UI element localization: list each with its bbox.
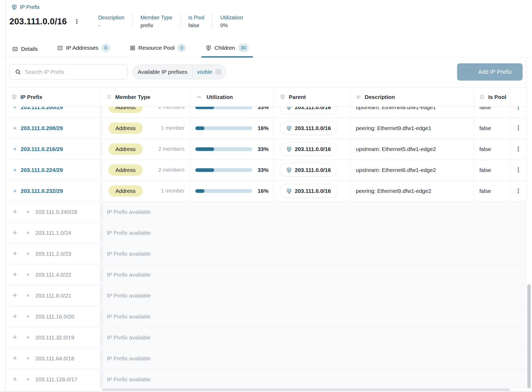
tab-children[interactable]: Children 30	[201, 44, 253, 57]
prefix-link[interactable]: 203.111.0.216/29	[21, 146, 63, 152]
vertical-scrollbar-thumb[interactable]	[527, 284, 531, 388]
tab-details[interactable]: A Details	[8, 46, 42, 57]
add-available-prefix-button[interactable]: +	[12, 334, 18, 341]
utilization-bar-fill	[195, 189, 204, 193]
row-menu-button[interactable]: ⋮	[515, 125, 522, 131]
parent-link[interactable]: 203.111.0.0/16	[280, 163, 337, 177]
add-available-prefix-button[interactable]: +	[12, 313, 18, 320]
utilization-cell: 16%	[191, 118, 274, 138]
parent-link[interactable]: 203.111.0.0/16	[280, 142, 337, 156]
prefix-icon	[206, 45, 212, 51]
add-available-prefix-button[interactable]: +	[12, 376, 18, 383]
bullet-icon	[14, 127, 16, 130]
column-header-utilization[interactable]: 123 Utilization	[191, 87, 274, 107]
prefix-link[interactable]: 203.111.0.200/29	[21, 107, 63, 110]
table-row: 203.111.0.232/29Address1 member16%203.11…	[6, 181, 526, 201]
utilization-bar	[195, 189, 252, 193]
add-available-prefix-button[interactable]: +	[12, 229, 18, 237]
bullet-icon	[14, 169, 16, 171]
prefix-cell: +203.111.1.0/24	[6, 222, 101, 243]
table-row: +203.111.128.0/17IP Prefix available	[6, 369, 526, 388]
number-123-icon: 123	[196, 94, 203, 100]
column-label: Parent	[289, 94, 306, 100]
prefix-icon	[286, 188, 292, 194]
available-label: IP Prefix available	[107, 251, 151, 257]
search-icon	[15, 69, 21, 75]
parent-cell: 203.111.0.0/16	[274, 139, 350, 159]
available-prefix-label: 203.111.128.0/17	[35, 376, 77, 383]
text-lines-icon	[356, 94, 361, 100]
add-ip-prefix-button[interactable]: + Add IP Prefix	[457, 63, 523, 81]
ip-address-icon: IP	[57, 45, 63, 51]
column-header-is-pool[interactable]: Is Pool	[474, 87, 511, 107]
meta-value: 0%	[220, 21, 243, 29]
row-menu-button[interactable]: ⋮	[515, 167, 522, 173]
parent-link[interactable]: 203.111.0.0/16	[280, 107, 337, 114]
title-menu-button[interactable]: ⋮	[74, 18, 80, 25]
actions-cell: ⋮	[511, 181, 526, 201]
parent-prefix-label: 203.111.0.0/16	[295, 146, 331, 152]
prefix-icon	[286, 107, 292, 110]
utilization-cell: 33%	[191, 139, 274, 159]
table-row: 203.111.0.224/29Address2 members33%203.1…	[6, 160, 526, 181]
utilization-value: 16%	[258, 125, 269, 131]
breadcrumb[interactable]: IP Prefix	[11, 4, 40, 10]
prefix-link[interactable]: 203.111.0.224/29	[21, 167, 63, 173]
available-label: IP Prefix available	[107, 272, 151, 278]
prefix-link[interactable]: 203.111.0.208/29	[21, 125, 63, 131]
add-available-prefix-button[interactable]: +	[12, 292, 18, 299]
utilization-bar-fill	[195, 107, 214, 109]
member-type-badge: Address	[108, 164, 143, 176]
page-bottom-edge	[0, 391, 532, 392]
column-header-description[interactable]: Description	[350, 87, 474, 107]
column-header-parent[interactable]: Parent	[274, 87, 350, 107]
tab-ip-addresses[interactable]: IP IP Addresses 0	[53, 44, 114, 57]
utilization-bar	[195, 107, 252, 109]
parent-link[interactable]: 203.111.0.0/16	[280, 184, 337, 198]
available-cell: IP Prefix available	[101, 222, 526, 243]
available-cell: IP Prefix available	[101, 285, 526, 306]
tab-count-badge: 0	[101, 44, 110, 52]
parent-link[interactable]: 203.111.0.0/16	[280, 121, 337, 135]
meta-label: Is Pool	[188, 14, 204, 21]
actions-cell: ⋮	[511, 160, 526, 180]
table-row: +203.111.8.0/21IP Prefix available	[6, 285, 526, 306]
parent-cell: 203.111.0.0/16	[274, 107, 350, 117]
row-menu-button[interactable]: ⋮	[515, 188, 522, 194]
member-count: 1 member	[161, 188, 185, 194]
column-header-member-type[interactable]: Member Type	[101, 87, 191, 107]
prefix-cell: +203.111.32.0/19	[6, 327, 101, 348]
add-available-prefix-button[interactable]: +	[12, 250, 18, 257]
available-cell: IP Prefix available	[101, 348, 526, 369]
table-row: 203.111.0.216/29Address2 members33%203.1…	[6, 139, 526, 160]
circle-x-icon[interactable]	[215, 69, 222, 75]
search-input[interactable]	[25, 69, 123, 75]
available-cell: IP Prefix available	[101, 306, 526, 327]
list-icon	[106, 94, 112, 100]
prefix-cell: +203.111.128.0/17	[6, 369, 101, 388]
table-header-row: IP Prefix Member Type 123 Utilization Pa…	[6, 87, 526, 107]
available-cell: IP Prefix available	[101, 327, 526, 348]
tab-label: Details	[21, 46, 38, 52]
row-menu-button[interactable]: ⋮	[515, 146, 522, 152]
utilization-value: 33%	[258, 107, 269, 110]
add-available-prefix-button[interactable]: +	[12, 208, 18, 216]
add-available-prefix-button[interactable]: +	[12, 271, 18, 278]
id-card-icon: A	[12, 46, 18, 52]
prefix-cell: 203.111.0.224/29	[6, 160, 101, 180]
children-table: IP Prefix Member Type 123 Utilization Pa…	[6, 87, 526, 388]
filter-chip[interactable]: Available IP prefixes visible	[132, 65, 226, 79]
is-pool-cell: false	[474, 181, 511, 201]
prefix-link[interactable]: 203.111.0.232/29	[21, 188, 63, 194]
add-available-prefix-button[interactable]: +	[12, 355, 18, 362]
prefix-icon	[286, 167, 292, 173]
is-pool-cell: false	[474, 160, 511, 180]
column-header-ip-prefix[interactable]: IP Prefix	[6, 87, 101, 107]
row-menu-button[interactable]: ⋮	[515, 107, 522, 110]
tab-resource-pool[interactable]: Resource Pool 0	[125, 44, 191, 57]
meta-value: false	[188, 21, 204, 29]
plus-icon: +	[468, 68, 475, 75]
is-pool-value: false	[479, 125, 491, 131]
parent-prefix-label: 203.111.0.0/16	[295, 125, 331, 131]
available-label: IP Prefix available	[107, 230, 151, 236]
